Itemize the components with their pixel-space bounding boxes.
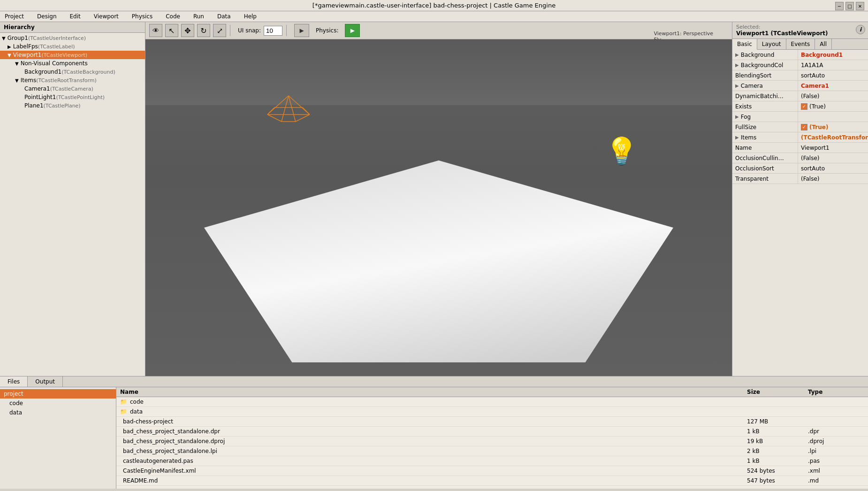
scale-tool-button[interactable]: ⤢: [213, 24, 226, 37]
file-row-8[interactable]: README.md547 bytes.md: [116, 476, 868, 486]
prop-value-11: sortAuto: [798, 163, 868, 173]
file-row-2[interactable]: bad-chess-project127 MB: [116, 417, 868, 427]
menu-item-physics[interactable]: Physics: [129, 12, 155, 21]
file-col-size-header: Size: [747, 389, 808, 395]
tree-item-3[interactable]: ▼Non-Visual Components: [0, 59, 145, 68]
file-size-4: 19 kB: [747, 438, 808, 445]
ui-snap-input[interactable]: [264, 26, 282, 36]
properties-selected: Selected: Viewport1 (TCastleViewport): [732, 22, 868, 39]
tree-item-7[interactable]: PointLight1 (TCastlePointLight): [0, 93, 145, 101]
prop-row-12[interactable]: Transparent(False): [732, 174, 868, 184]
file-name-0: 📁code: [120, 399, 747, 405]
menu-item-project[interactable]: Project: [2, 12, 27, 21]
prop-row-8[interactable]: ▶Items(TCastleRootTransform): [732, 132, 868, 143]
prop-value-12: (False): [798, 174, 868, 184]
maximize-button[interactable]: □: [845, 2, 854, 10]
file-name-2: bad-chess-project: [120, 418, 747, 425]
rotate-tool-button[interactable]: ↻: [197, 24, 210, 37]
prop-row-7[interactable]: FullSize✓(True): [732, 122, 868, 132]
prop-checkbox-5[interactable]: ✓: [801, 103, 807, 110]
menu-item-run[interactable]: Run: [190, 12, 207, 21]
prop-row-1[interactable]: ▶BackgroundCol1A1A1A: [732, 60, 868, 70]
file-col-type-header: Type: [808, 389, 864, 395]
prop-row-2[interactable]: BlendingSortsortAuto: [732, 70, 868, 81]
file-name-5: bad_chess_project_standalone.lpi: [120, 448, 747, 454]
tree-item-8[interactable]: Plane1 (TCastlePlane): [0, 101, 145, 110]
tree-arrow-3: ▼: [15, 61, 19, 66]
file-tree-item-0[interactable]: project: [0, 389, 116, 399]
scale-icon: ⤢: [217, 26, 223, 35]
file-row-7[interactable]: CastleEngineManifest.xml524 bytes.xml: [116, 466, 868, 476]
file-tree-item-2[interactable]: data: [0, 408, 116, 417]
menu-item-code[interactable]: Code: [163, 12, 183, 21]
tree-item-1[interactable]: ▶LabelFps (TCastleLabel): [0, 42, 145, 51]
info-icon-button[interactable]: i: [856, 25, 865, 34]
prop-name-1: ▶BackgroundCol: [732, 60, 798, 70]
prop-name-10: OcclusionCullin…: [732, 153, 798, 163]
prop-row-0[interactable]: ▶BackgroundBackground1: [732, 50, 868, 60]
minimize-button[interactable]: ─: [835, 2, 844, 10]
tree-type-4: (TCastleBackground): [61, 69, 115, 75]
file-row-4[interactable]: bad_chess_project_standalone.dproj19 kB.…: [116, 437, 868, 446]
file-tree-item-1[interactable]: code: [0, 399, 116, 408]
ground-plane-svg: [145, 107, 732, 376]
prop-value-5: ✓(True): [798, 101, 868, 111]
tree-item-6[interactable]: Camera1 (TCastleCamera): [0, 84, 145, 93]
move-tool-button[interactable]: ✥: [181, 24, 194, 37]
prop-value-0: Background1: [798, 50, 868, 60]
prop-row-6[interactable]: ▶Fog: [732, 112, 868, 122]
tree-label-2: Viewport1: [13, 52, 42, 58]
prop-row-4[interactable]: DynamicBatchi…(False): [732, 91, 868, 101]
viewport-canvas[interactable]: 💡: [145, 39, 732, 376]
tab-basic[interactable]: Basic: [732, 39, 757, 50]
file-row-3[interactable]: bad_chess_project_standalone.dpr1 kB.dpr: [116, 427, 868, 437]
file-tree-panel: projectcodedata: [0, 387, 116, 489]
menu-item-help[interactable]: Help: [241, 12, 259, 21]
file-row-5[interactable]: bad_chess_project_standalone.lpi2 kB.lpi: [116, 446, 868, 456]
file-type-4: .dproj: [808, 438, 864, 445]
tab-files[interactable]: Files: [0, 376, 28, 387]
menu-item-data[interactable]: Data: [214, 12, 234, 21]
menu-item-viewport[interactable]: Viewport: [91, 12, 122, 21]
prop-row-3[interactable]: ▶CameraCamera1: [732, 81, 868, 91]
prop-row-5[interactable]: Exists✓(True): [732, 101, 868, 112]
viewport-toolbar: 👁 ↖ ✥ ↻ ⤢ UI snap: ▶: [145, 22, 732, 39]
tab-output[interactable]: Output: [28, 376, 63, 387]
prop-name-2: BlendingSort: [732, 70, 798, 80]
file-row-0[interactable]: 📁code: [116, 397, 868, 407]
prop-checkbox-7[interactable]: ✓: [801, 124, 807, 130]
prop-value-2: sortAuto: [798, 70, 868, 80]
tree-item-4[interactable]: Background1 (TCastleBackground): [0, 68, 145, 76]
titlebar-controls: ─ □ ✕: [835, 2, 864, 10]
prop-value-9: Viewport1: [798, 143, 868, 153]
file-name-4: bad_chess_project_standalone.dproj: [120, 438, 747, 445]
menu-item-design[interactable]: Design: [34, 12, 59, 21]
tree-item-0[interactable]: ▼Group1 (TCastleUserInterface): [0, 34, 145, 42]
cursor-icon: ↖: [168, 26, 175, 35]
file-size-7: 524 bytes: [747, 468, 808, 474]
tab-events[interactable]: Events: [786, 39, 815, 49]
physics-play-button[interactable]: ▶: [345, 24, 360, 37]
physics-label: Physics:: [316, 27, 338, 34]
tab-layout[interactable]: Layout: [757, 39, 786, 49]
menu-item-edit[interactable]: Edit: [67, 12, 84, 21]
viewport-perspective: Viewport1: Perspective: [654, 31, 713, 37]
prop-row-11[interactable]: OcclusionSortsortAuto: [732, 163, 868, 174]
tree-arrow-5: ▼: [15, 78, 19, 83]
file-type-8: .md: [808, 477, 864, 484]
eye-tool-button[interactable]: 👁: [149, 24, 162, 37]
tree-type-7: (TCastlePointLight): [56, 94, 105, 100]
prop-row-9[interactable]: NameViewport1: [732, 143, 868, 153]
tab-all[interactable]: All: [815, 39, 832, 49]
file-row-6[interactable]: castleautogenerated.pas1 kB.pas: [116, 456, 868, 466]
file-row-1[interactable]: 📁data: [116, 407, 868, 417]
ui-snap-label: UI snap:: [238, 27, 261, 34]
tree-item-5[interactable]: ▼Items (TCastleRootTransform): [0, 76, 145, 84]
play-button[interactable]: ▶: [294, 24, 309, 37]
cursor-tool-button[interactable]: ↖: [165, 24, 178, 37]
camera-line-5: [267, 115, 282, 122]
prop-expand-arrow-6: ▶: [735, 114, 739, 119]
close-button[interactable]: ✕: [856, 2, 864, 10]
prop-row-10[interactable]: OcclusionCullin…(False): [732, 153, 868, 163]
tree-item-2[interactable]: ▼Viewport1 (TCastleViewport): [0, 51, 145, 59]
